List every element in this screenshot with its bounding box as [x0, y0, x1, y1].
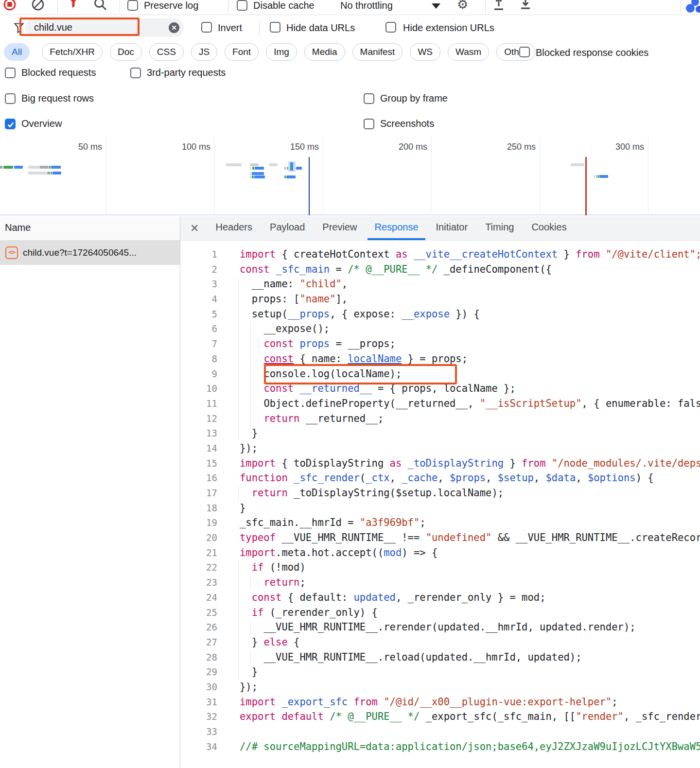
big-request-rows-checkbox[interactable]: [5, 93, 16, 104]
waterfall-bar: [594, 175, 595, 178]
code-line: 9 console.log(localName);: [180, 367, 700, 382]
import-har-icon[interactable]: [492, 0, 506, 14]
big-request-rows-label: Big request rows: [21, 93, 94, 104]
network-overview-strip[interactable]: 50 ms100 ms150 ms200 ms250 ms300 ms: [0, 137, 700, 215]
hide-data-urls-checkbox[interactable]: [270, 22, 280, 33]
filter-toggle-icon[interactable]: [67, 0, 80, 13]
waterfall-bar: [599, 175, 608, 178]
line-number: 17: [180, 486, 217, 501]
third-party-requests-checkbox[interactable]: [130, 68, 141, 78]
group-by-frame-label: Group by frame: [380, 93, 448, 104]
tab-headers[interactable]: Headers: [209, 216, 259, 240]
overview-gridline: [431, 137, 432, 215]
tab-timing[interactable]: Timing: [478, 216, 521, 240]
line-number: 14: [180, 441, 217, 456]
tab-initiator[interactable]: Initiator: [429, 216, 475, 240]
filter-funnel-icon: [14, 22, 24, 36]
line-number: 8: [180, 351, 217, 367]
close-icon[interactable]: ✕: [190, 222, 199, 235]
throttling-select[interactable]: No throttling: [340, 0, 393, 11]
waterfall-bar: [255, 167, 264, 170]
filter-pill-css[interactable]: CSS: [149, 43, 184, 61]
disable-cache-checkbox[interactable]: [237, 0, 247, 11]
overview-tick-label: 100 ms: [167, 142, 210, 152]
code-line: 12 return __returned__;: [180, 411, 700, 426]
waterfall-bar: [252, 175, 254, 178]
filter-row: child.vue ✕ Invert Hide data URLs Hide e…: [0, 15, 700, 42]
overview-checkbox[interactable]: [5, 119, 16, 129]
toolbar-divider: [681, 0, 681, 14]
screenshots-checkbox[interactable]: [364, 119, 374, 129]
filter-pill-doc[interactable]: Doc: [110, 43, 142, 61]
waterfall-bar: [250, 167, 251, 170]
line-number: 3: [180, 277, 217, 292]
code-line: 33: [180, 724, 700, 739]
filter-pill-media[interactable]: Media: [304, 43, 345, 61]
filter-pill-img[interactable]: Img: [266, 43, 297, 61]
clear-filter-icon[interactable]: ✕: [169, 22, 179, 33]
record-button[interactable]: [3, 0, 17, 13]
code-line: 16function _sfc_render(_ctx, _cache, $pr…: [180, 471, 700, 486]
overview-gridline: [106, 137, 106, 215]
line-number: 32: [180, 709, 217, 724]
code-line: 1import { createHotContext as __vite__cr…: [180, 247, 700, 262]
waterfall-bar: [296, 167, 302, 170]
detail-tab-bar: ✕ HeadersPayloadPreviewResponseInitiator…: [180, 216, 700, 241]
tab-cookies[interactable]: Cookies: [525, 216, 573, 240]
name-column-header[interactable]: Name: [0, 216, 180, 241]
line-number: 33: [180, 724, 217, 739]
filter-pill-fetch-xhr[interactable]: Fetch/XHR: [42, 43, 103, 61]
filter-pill-all[interactable]: All: [4, 43, 30, 61]
blocked-response-cookies-checkbox[interactable]: [519, 47, 530, 57]
filter-pill-manifest[interactable]: Manifest: [352, 43, 403, 61]
type-filter-row: AllFetch/XHRDocCSSJSFontImgMediaManifest…: [0, 42, 700, 62]
network-toolbar: Preserve log Disable cache No throttling…: [0, 0, 700, 15]
waterfall-bar: [252, 172, 264, 175]
code-line: 29 }: [180, 664, 700, 680]
extension-icon[interactable]: [683, 0, 700, 15]
code-line: 17 return _toDisplayString($setup.localN…: [180, 486, 700, 501]
filter-pill-ws[interactable]: WS: [410, 43, 440, 61]
overview-tick-label: 200 ms: [384, 142, 427, 152]
blocked-requests-checkbox[interactable]: [5, 68, 16, 78]
waterfall-bar: [51, 172, 52, 175]
clear-icon[interactable]: [31, 0, 45, 13]
filter-pill-js[interactable]: JS: [191, 43, 217, 61]
chevron-down-icon[interactable]: [432, 3, 440, 9]
waterfall-bar: [250, 163, 259, 166]
line-number: 27: [180, 635, 217, 650]
filter-input[interactable]: child.vue ✕: [25, 18, 184, 37]
hide-extension-urls-checkbox[interactable]: [385, 22, 396, 33]
code-line: 28 __VUE_HMR_RUNTIME__.reload(updated.__…: [180, 650, 700, 665]
waterfall-bar: [3, 166, 13, 169]
toolbar-divider: [57, 0, 58, 14]
search-icon[interactable]: [93, 0, 108, 14]
waterfall-bar: [0, 166, 2, 169]
group-by-frame-checkbox[interactable]: [364, 93, 374, 104]
filter-input-value: child.vue: [34, 22, 72, 33]
line-number: 16: [180, 471, 217, 486]
line-number: 11: [180, 396, 217, 411]
waterfall-bar: [596, 175, 597, 178]
line-number: 23: [180, 575, 217, 590]
invert-checkbox[interactable]: [201, 22, 212, 33]
line-number: 29: [180, 664, 217, 680]
tab-payload[interactable]: Payload: [263, 216, 312, 240]
response-code-pane[interactable]: 1import { createHotContext as __vite__cr…: [180, 241, 700, 768]
tab-preview[interactable]: Preview: [315, 216, 364, 240]
timeline-event-marker: [309, 157, 310, 215]
filter-pill-wasm[interactable]: Wasm: [448, 43, 489, 61]
code-line: 6 __expose();: [180, 321, 700, 336]
filter-pill-font[interactable]: Font: [225, 43, 259, 61]
code-line: 32export default /* @__PURE__ */ _export…: [180, 709, 700, 724]
code-line: 10 const __returned__ = { props, localNa…: [180, 381, 700, 396]
export-har-icon[interactable]: [519, 0, 532, 14]
network-conditions-icon[interactable]: ⚙: [457, 0, 468, 12]
request-row-selected[interactable]: <> child.vue?t=17264050645...: [0, 241, 180, 265]
tab-response[interactable]: Response: [368, 216, 425, 240]
line-number: 15: [180, 456, 217, 471]
waterfall-bar: [52, 172, 61, 175]
overview-gridline: [214, 137, 215, 215]
waterfall-bar: [250, 172, 251, 175]
preserve-log-checkbox[interactable]: [127, 0, 138, 11]
